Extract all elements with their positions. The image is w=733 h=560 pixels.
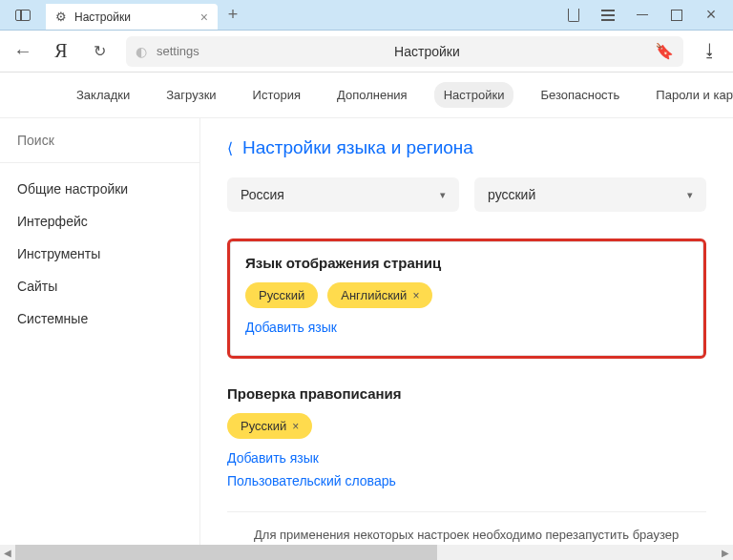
section-title: Проверка правописания bbox=[227, 385, 706, 402]
close-icon[interactable]: × bbox=[292, 420, 299, 433]
settings-topnav: Закладки Загрузки История Дополнения Нас… bbox=[0, 73, 733, 118]
sidebar-item-system[interactable]: Системные bbox=[0, 302, 199, 335]
bookmark-icon[interactable]: 🔖 bbox=[655, 42, 674, 60]
new-tab-button[interactable]: + bbox=[218, 0, 248, 30]
chip-label: Английский bbox=[341, 288, 407, 302]
settings-sidebar: Общие настройки Интерфейс Инструменты Са… bbox=[0, 118, 200, 545]
add-language-link[interactable]: Добавить язык bbox=[227, 450, 706, 466]
home-button[interactable]: Я bbox=[44, 34, 78, 69]
spellcheck-chip-russian[interactable]: Русский × bbox=[227, 413, 312, 439]
address-page-title: Настройки bbox=[209, 44, 645, 59]
window-controls: × bbox=[552, 0, 733, 30]
sidebar-item-sites[interactable]: Сайты bbox=[0, 270, 199, 302]
minimize-button[interactable] bbox=[634, 7, 651, 24]
topnav-settings[interactable]: Настройки bbox=[434, 82, 514, 108]
chevron-down-icon: ▾ bbox=[440, 189, 446, 201]
add-language-link[interactable]: Добавить язык bbox=[245, 320, 688, 335]
maximize-button[interactable] bbox=[668, 7, 685, 24]
close-icon[interactable]: × bbox=[412, 289, 419, 302]
user-dictionary-link[interactable]: Пользовательский словарь bbox=[227, 473, 706, 488]
chip-label: Русский bbox=[259, 288, 304, 302]
spellcheck-section: Проверка правописания Русский × Добавить… bbox=[227, 385, 706, 488]
topnav-security[interactable]: Безопасность bbox=[531, 82, 629, 108]
chevron-down-icon: ▾ bbox=[687, 189, 693, 201]
close-icon[interactable]: × bbox=[200, 10, 208, 25]
horizontal-scrollbar[interactable]: ◀ ▶ bbox=[0, 545, 733, 560]
close-window-button[interactable]: × bbox=[702, 7, 720, 24]
address-path: settings bbox=[157, 44, 199, 58]
globe-icon: ◐ bbox=[136, 44, 147, 59]
language-select-value: русский bbox=[488, 187, 535, 202]
chevron-left-icon: ⟨ bbox=[227, 139, 233, 157]
yandex-logo-icon: Я bbox=[54, 40, 67, 62]
topnav-downloads[interactable]: Загрузки bbox=[157, 82, 225, 108]
scroll-right-button[interactable]: ▶ bbox=[718, 548, 733, 558]
sidebar-search bbox=[0, 118, 199, 163]
sidebar-toggle[interactable] bbox=[0, 0, 46, 30]
language-chip-english[interactable]: Английский × bbox=[327, 282, 432, 308]
sidebar-item-general[interactable]: Общие настройки bbox=[0, 173, 199, 205]
region-select-value: Россия bbox=[241, 187, 284, 202]
topnav-addons[interactable]: Дополнения bbox=[327, 82, 417, 108]
content-area: Общие настройки Интерфейс Инструменты Са… bbox=[0, 118, 733, 545]
scroll-left-button[interactable]: ◀ bbox=[0, 548, 15, 558]
topnav-passwords[interactable]: Пароли и карты bbox=[646, 82, 733, 108]
sidebar-item-tools[interactable]: Инструменты bbox=[0, 238, 199, 270]
topnav-bookmarks[interactable]: Закладки bbox=[67, 82, 139, 108]
window-titlebar: ⚙ Настройки × + × bbox=[0, 0, 733, 31]
display-language-section: Язык отображения страниц Русский Английс… bbox=[227, 239, 706, 359]
address-bar[interactable]: ◐ settings Настройки 🔖 bbox=[126, 36, 683, 67]
panel-icon bbox=[15, 10, 31, 21]
search-input[interactable] bbox=[17, 133, 182, 148]
language-select[interactable]: русский ▾ bbox=[474, 177, 706, 212]
back-button[interactable]: ← bbox=[6, 34, 40, 69]
region-select[interactable]: Россия ▾ bbox=[227, 177, 459, 212]
topnav-history[interactable]: История bbox=[243, 82, 310, 108]
breadcrumb-title: Настройки языка и региона bbox=[242, 137, 473, 158]
language-chip-russian[interactable]: Русский bbox=[245, 282, 318, 308]
restart-note: Для применения некоторых настроек необхо… bbox=[227, 511, 706, 542]
reload-button[interactable]: ↻ bbox=[82, 34, 116, 69]
tab-title: Настройки bbox=[74, 10, 193, 24]
downloads-button[interactable]: ⭳ bbox=[693, 34, 727, 69]
menu-icon[interactable] bbox=[599, 7, 617, 24]
browser-toolbar: ← Я ↻ ◐ settings Настройки 🔖 ⭳ bbox=[0, 31, 733, 73]
scroll-track[interactable] bbox=[15, 545, 718, 560]
reading-list-icon[interactable] bbox=[565, 7, 582, 24]
settings-main: ⟨ Настройки языка и региона Россия ▾ рус… bbox=[200, 118, 733, 545]
scroll-thumb[interactable] bbox=[15, 545, 437, 560]
sidebar-item-interface[interactable]: Интерфейс bbox=[0, 205, 199, 238]
gear-icon: ⚙ bbox=[55, 10, 67, 24]
browser-tab[interactable]: ⚙ Настройки × bbox=[46, 4, 218, 30]
chip-label: Русский bbox=[241, 419, 286, 433]
breadcrumb[interactable]: ⟨ Настройки языка и региона bbox=[227, 137, 706, 158]
section-title: Язык отображения страниц bbox=[245, 255, 688, 271]
